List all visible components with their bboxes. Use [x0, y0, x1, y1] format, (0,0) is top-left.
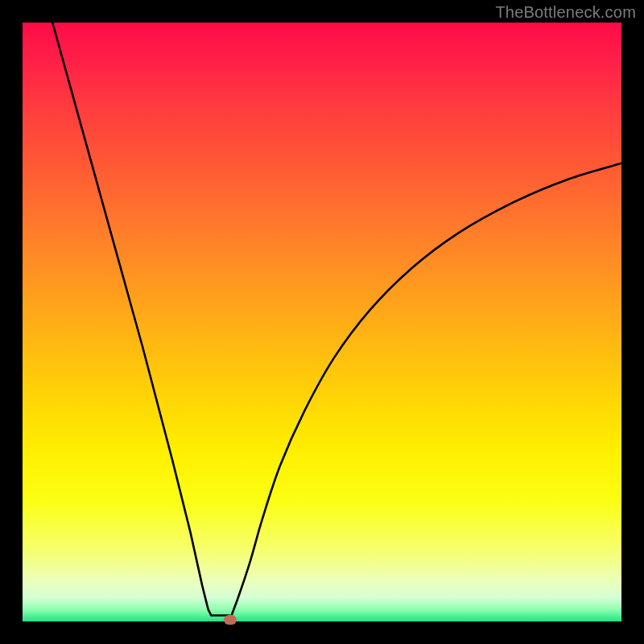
- optimal-point-marker: [224, 615, 237, 625]
- plot-area: [23, 23, 621, 621]
- chart-frame: TheBottleneck.com: [0, 0, 644, 644]
- watermark-text: TheBottleneck.com: [495, 3, 636, 22]
- bottleneck-curve: [23, 23, 621, 621]
